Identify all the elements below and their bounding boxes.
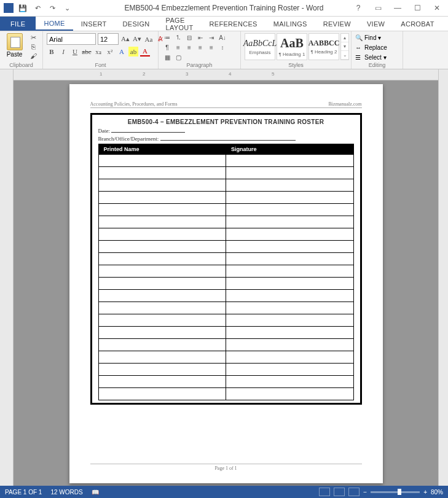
cell-signature[interactable] — [226, 241, 354, 253]
status-page[interactable]: PAGE 1 OF 1 — [5, 489, 42, 496]
strike-button[interactable]: abc — [82, 47, 92, 56]
cell-signature[interactable] — [226, 376, 354, 388]
save-button[interactable]: 💾 — [17, 2, 28, 14]
cell-printed-name[interactable] — [98, 290, 226, 302]
cell-printed-name[interactable] — [98, 216, 226, 228]
select-button[interactable]: ☰Select ▾ — [355, 53, 387, 62]
undo-button[interactable]: ↶ — [32, 2, 43, 14]
bold-button[interactable]: B — [47, 47, 57, 56]
minimize-button[interactable]: — — [389, 2, 406, 14]
justify-button[interactable]: ≡ — [206, 43, 216, 52]
cell-signature[interactable] — [226, 179, 354, 192]
tab-page-layout[interactable]: PAGE LAYOUT — [158, 17, 202, 31]
cell-printed-name[interactable] — [98, 376, 226, 388]
cell-signature[interactable] — [226, 327, 354, 339]
tab-references[interactable]: REFERENCES — [202, 17, 265, 31]
multilevel-button[interactable]: ⊟ — [184, 33, 194, 42]
status-proofing-icon[interactable]: 📖 — [92, 489, 99, 496]
subscript-button[interactable]: x₂ — [93, 47, 103, 56]
cell-signature[interactable] — [226, 302, 354, 314]
cell-printed-name[interactable] — [98, 204, 226, 216]
tab-mailings[interactable]: MAILINGS — [265, 17, 315, 31]
cell-printed-name[interactable] — [98, 265, 226, 278]
cell-signature[interactable] — [226, 253, 354, 265]
cell-signature[interactable] — [226, 228, 354, 241]
highlight-button[interactable]: ab — [128, 47, 138, 56]
shading-button[interactable]: ▦ — [162, 53, 172, 61]
sign-in-link[interactable]: Sign in — [442, 17, 448, 31]
view-read-mode-button[interactable] — [319, 488, 330, 496]
cell-printed-name[interactable] — [98, 228, 226, 241]
cell-signature[interactable] — [226, 290, 354, 302]
increase-indent-button[interactable]: ⇥ — [206, 33, 216, 42]
styles-down-button[interactable]: ▾ — [341, 42, 348, 51]
cell-printed-name[interactable] — [98, 241, 226, 253]
tab-acrobat[interactable]: ACROBAT — [393, 17, 442, 31]
zoom-level[interactable]: 80% — [431, 489, 443, 496]
cell-signature[interactable] — [226, 216, 354, 228]
tab-insert[interactable]: INSERT — [73, 17, 115, 31]
font-size-select[interactable] — [98, 33, 119, 45]
cell-printed-name[interactable] — [98, 388, 226, 400]
cell-printed-name[interactable] — [98, 314, 226, 327]
cell-signature[interactable] — [226, 265, 354, 278]
italic-button[interactable]: I — [58, 47, 68, 56]
tab-review[interactable]: REVIEW — [315, 17, 359, 31]
cell-signature[interactable] — [226, 339, 354, 351]
superscript-button[interactable]: x² — [105, 47, 115, 56]
cell-printed-name[interactable] — [98, 192, 226, 204]
view-web-layout-button[interactable] — [348, 488, 360, 496]
line-spacing-button[interactable]: ↕ — [218, 43, 227, 52]
tab-home[interactable]: HOME — [36, 17, 73, 31]
styles-up-button[interactable]: ▴ — [341, 34, 348, 42]
sort-button[interactable]: A↓ — [218, 33, 227, 42]
cell-signature[interactable] — [226, 204, 354, 216]
tab-view[interactable]: VIEW — [359, 17, 393, 31]
ribbon-options-button[interactable]: ▭ — [369, 2, 387, 14]
style-heading1[interactable]: AaB ¶ Heading 1 — [277, 33, 307, 60]
show-marks-button[interactable]: ¶ — [162, 43, 172, 52]
cell-signature[interactable] — [226, 167, 354, 179]
copy-button[interactable]: ⎘ — [28, 42, 39, 51]
zoom-slider[interactable] — [371, 491, 420, 493]
font-name-select[interactable] — [47, 33, 96, 45]
cut-button[interactable]: ✂ — [28, 33, 39, 42]
cell-signature[interactable] — [226, 314, 354, 327]
grow-font-button[interactable]: A▴ — [120, 34, 130, 44]
document-page[interactable]: Accounting Policies, Procedures, and For… — [69, 84, 383, 483]
bullets-button[interactable]: ≔ — [162, 33, 172, 42]
tab-design[interactable]: DESIGN — [115, 17, 158, 31]
cell-printed-name[interactable] — [98, 179, 226, 192]
close-button[interactable]: ✕ — [428, 2, 446, 14]
align-right-button[interactable]: ≡ — [195, 43, 205, 52]
view-print-layout-button[interactable] — [334, 488, 345, 496]
document-canvas[interactable]: 1 2 3 4 5 Accounting Policies, Procedure… — [14, 69, 438, 486]
find-button[interactable]: 🔍Find ▾ — [355, 33, 387, 42]
style-heading2[interactable]: AABBCC ¶ Heading 2 — [308, 33, 339, 60]
cell-printed-name[interactable] — [98, 167, 226, 179]
cell-printed-name[interactable] — [98, 327, 226, 339]
cell-signature[interactable] — [226, 155, 354, 167]
decrease-indent-button[interactable]: ⇤ — [195, 33, 205, 42]
tab-file[interactable]: FILE — [0, 17, 36, 31]
cell-signature[interactable] — [226, 192, 354, 204]
zoom-thumb[interactable] — [398, 489, 401, 495]
numbering-button[interactable]: ⒈ — [173, 33, 183, 42]
cell-printed-name[interactable] — [98, 155, 226, 167]
cell-signature[interactable] — [226, 364, 354, 376]
help-button[interactable]: ? — [350, 2, 367, 14]
text-effects-button[interactable]: A — [117, 47, 127, 56]
styles-more-button[interactable]: ⌄ — [341, 51, 348, 60]
format-painter-button[interactable]: 🖌 — [28, 52, 39, 60]
align-center-button[interactable]: ≡ — [184, 43, 194, 52]
zoom-out-button[interactable]: − — [363, 489, 367, 496]
replace-button[interactable]: ↔Replace — [355, 43, 387, 52]
cell-printed-name[interactable] — [98, 351, 226, 364]
maximize-button[interactable]: ☐ — [409, 2, 426, 14]
status-words[interactable]: 12 WORDS — [50, 489, 82, 496]
font-color-button[interactable]: A — [140, 47, 150, 56]
zoom-in-button[interactable]: + — [423, 489, 427, 496]
underline-button[interactable]: U — [70, 47, 80, 56]
paste-button[interactable]: Paste — [4, 33, 25, 58]
cell-signature[interactable] — [226, 351, 354, 364]
